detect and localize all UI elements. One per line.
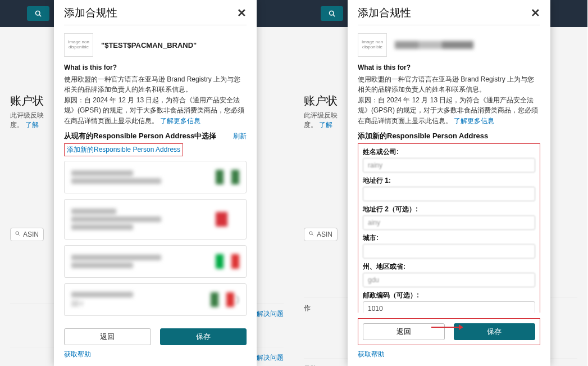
help-link[interactable]: 获取帮助 — [358, 350, 540, 359]
brand-name: "$TEST$PACMAN_BRAND" — [101, 41, 197, 49]
flag-icon — [211, 292, 234, 307]
svg-line-5 — [333, 15, 335, 16]
flag-icon — [216, 254, 239, 269]
save-button[interactable]: 保存 — [160, 328, 247, 345]
brand-row: Image non disponible "$TEST$PACMAN_BRAND… — [54, 25, 257, 62]
flag-icon — [216, 170, 239, 184]
nav-search-button[interactable] — [27, 6, 49, 21]
compliance-modal: 添加合规性 ✕ Image non disponible What is thi… — [348, 0, 550, 366]
svg-point-6 — [309, 232, 312, 234]
info-text-1: 使用欧盟的一种官方语言在亚马逊 Brand Registry 上为与您相关的品牌… — [358, 74, 540, 95]
modal-header: 添加合规性 ✕ — [54, 0, 257, 25]
asin-search[interactable]: ASIN — [304, 228, 338, 241]
city-field[interactable] — [363, 244, 535, 259]
name-field[interactable] — [363, 158, 535, 173]
info-text-2: 原因：自 2024 年 12 月 13 日起，为符合《通用产品安全法规》(GPS… — [64, 95, 247, 126]
flag-icon — [216, 212, 239, 227]
form-area: 添加新的Responsible Person Address 姓名或公司: 地址… — [348, 131, 550, 313]
back-button[interactable]: 返回 — [64, 328, 151, 345]
state-field[interactable] — [363, 273, 535, 287]
modal-title: 添加合规性 — [358, 6, 411, 20]
brand-thumbnail: Image non disponible — [358, 33, 387, 57]
right-screenshot: 账户状 此评级反映 度。 了解 ASIN 作 风险 12月13日 前解决问题 — [294, 0, 587, 366]
svg-point-0 — [36, 11, 40, 16]
asin-search[interactable]: ASIN — [10, 228, 44, 241]
svg-line-1 — [39, 15, 41, 16]
address-card[interactable] — [64, 161, 247, 193]
search-icon — [309, 231, 313, 238]
address-list: 从现有的Responsible Person Address中选择 刷新 添加新… — [54, 131, 257, 323]
learn-link[interactable]: 了解 — [25, 121, 39, 129]
svg-point-2 — [16, 232, 19, 234]
svg-point-4 — [330, 11, 334, 16]
address-card[interactable] — [64, 199, 247, 240]
save-button[interactable]: 保存 — [454, 323, 536, 340]
info-block: What is this for? 使用欧盟的一种官方语言在亚马逊 Brand … — [54, 62, 257, 131]
addr2-label: 地址行 2（可选）: — [363, 205, 535, 214]
addr2-field[interactable] — [363, 215, 535, 230]
name-label: 姓名或公司: — [363, 147, 535, 157]
brand-thumbnail: Image non disponible — [64, 33, 93, 57]
address-card[interactable] — [64, 245, 247, 278]
what-is-this-heading: What is this for? — [64, 62, 247, 73]
footer-highlight: 返回 保存 — [358, 318, 540, 345]
arrow-icon — [431, 327, 462, 328]
add-new-heading: 添加新的Responsible Person Address — [358, 131, 540, 141]
back-button[interactable]: 返回 — [363, 323, 445, 340]
state-label: 州、地区或省: — [363, 262, 535, 272]
what-is-this-heading: What is this for? — [358, 62, 540, 73]
modal-footer: 返回 保存 获取帮助 — [54, 323, 257, 366]
info-text-2: 原因：自 2024 年 12 月 13 日起，为符合《通用产品安全法规》(GPS… — [358, 95, 540, 126]
search-icon — [35, 10, 42, 17]
address-form: 姓名或公司: 地址行 1: 地址行 2（可选）: 城市: 州、地区或省: — [358, 143, 540, 313]
modal-footer: 返回 保存 获取帮助 — [348, 313, 550, 366]
close-icon[interactable]: ✕ — [531, 6, 540, 20]
add-new-address-link[interactable]: 添加新的Responsible Person Address — [64, 143, 183, 156]
city-label: 城市: — [363, 233, 535, 243]
address-card[interactable]: 22 r ) — [64, 283, 247, 316]
brand-name — [395, 41, 473, 49]
learn-more-link[interactable]: 了解更多信息 — [160, 117, 200, 125]
learn-more-link[interactable]: 了解更多信息 — [454, 117, 494, 125]
compliance-modal: 添加合规性 ✕ Image non disponible "$TEST$PACM… — [54, 0, 257, 366]
svg-line-7 — [312, 234, 313, 235]
left-screenshot: 账户状 此评级反映 度。 了解 ASIN 前解决问题 前解决问题 — [0, 0, 294, 366]
learn-link[interactable]: 了解 — [319, 121, 332, 129]
addr1-label: 地址行 1: — [363, 176, 535, 186]
modal-title: 添加合规性 — [64, 6, 117, 20]
search-icon — [15, 231, 20, 238]
nav-search-button[interactable] — [321, 6, 343, 21]
zip-field[interactable] — [363, 301, 535, 313]
zip-label: 邮政编码（可选）: — [363, 291, 535, 300]
info-block: What is this for? 使用欧盟的一种官方语言在亚马逊 Brand … — [348, 62, 550, 131]
close-icon[interactable]: ✕ — [237, 6, 247, 20]
refresh-link[interactable]: 刷新 — [233, 132, 247, 141]
search-icon — [329, 10, 335, 17]
brand-row: Image non disponible — [348, 25, 550, 62]
modal-header: 添加合规性 ✕ — [348, 0, 550, 25]
info-text-1: 使用欧盟的一种官方语言在亚马逊 Brand Registry 上为与您相关的品牌… — [64, 74, 247, 95]
svg-line-3 — [18, 234, 19, 235]
select-address-heading: 从现有的Responsible Person Address中选择 — [64, 131, 216, 141]
addr1-field[interactable] — [363, 187, 535, 201]
help-link[interactable]: 获取帮助 — [64, 350, 247, 359]
